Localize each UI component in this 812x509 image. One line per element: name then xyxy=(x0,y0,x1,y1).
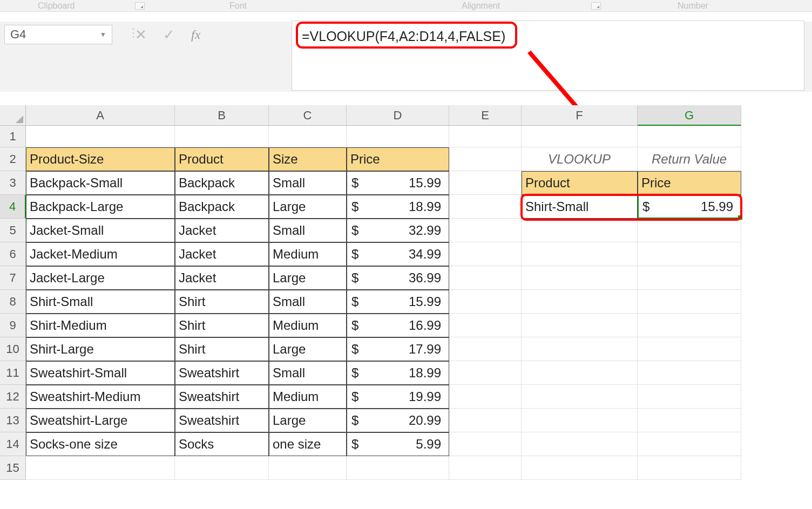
cell-G10[interactable] xyxy=(638,337,741,361)
cell-C12[interactable]: Medium xyxy=(269,385,347,409)
enter-icon[interactable]: ✓ xyxy=(163,26,175,43)
cell-F12[interactable] xyxy=(522,385,638,409)
cell-E8[interactable] xyxy=(449,290,522,314)
cell-D9[interactable]: $16.99 xyxy=(347,314,449,337)
cell-E15[interactable] xyxy=(449,456,522,480)
cell-C3[interactable]: Small xyxy=(269,171,347,195)
cell-A13[interactable]: Sweatshirt-Large xyxy=(26,409,175,432)
cell-D3[interactable]: $15.99 xyxy=(347,171,449,195)
cell-E2[interactable] xyxy=(449,147,522,171)
row-header-10[interactable]: 10 xyxy=(0,337,26,361)
cell-F13[interactable] xyxy=(522,409,638,432)
row-header-5[interactable]: 5 xyxy=(0,219,26,242)
cell-C13[interactable]: Large xyxy=(269,409,347,432)
cell-B13[interactable]: Sweatshirt xyxy=(175,409,269,432)
cell-C9[interactable]: Medium xyxy=(269,314,347,337)
col-header-A[interactable]: A xyxy=(26,105,175,126)
cell-D6[interactable]: $34.99 xyxy=(347,242,449,266)
row-headers[interactable]: 123456789101112131415 xyxy=(0,126,26,480)
cell-F1[interactable] xyxy=(522,126,638,147)
column-headers[interactable]: ABCDEFG xyxy=(26,105,741,126)
row-header-13[interactable]: 13 xyxy=(0,409,26,432)
cell-A3[interactable]: Backpack-Small xyxy=(26,171,175,195)
cell-G2[interactable]: Return Value xyxy=(638,147,741,171)
cell-D14[interactable]: $5.99 xyxy=(347,432,449,456)
cell-B11[interactable]: Sweatshirt xyxy=(175,361,269,385)
cell-C7[interactable]: Large xyxy=(269,266,347,290)
cell-G6[interactable] xyxy=(638,242,741,266)
col-header-F[interactable]: F xyxy=(522,105,638,126)
chevron-down-icon[interactable]: ▼ xyxy=(100,31,106,38)
cell-A6[interactable]: Jacket-Medium xyxy=(26,242,175,266)
cell-C11[interactable]: Small xyxy=(269,361,347,385)
cell-A9[interactable]: Shirt-Medium xyxy=(26,314,175,337)
cell-G11[interactable] xyxy=(638,361,741,385)
cell-B15[interactable] xyxy=(175,456,269,480)
col-header-B[interactable]: B xyxy=(175,105,269,126)
cell-A4[interactable]: Backpack-Large xyxy=(26,195,175,219)
cell-D15[interactable] xyxy=(347,456,449,480)
dialog-launcher-icon[interactable] xyxy=(591,2,601,10)
cell-A15[interactable] xyxy=(26,456,175,480)
cell-C15[interactable] xyxy=(269,456,347,480)
cell-D10[interactable]: $17.99 xyxy=(347,337,449,361)
row-header-14[interactable]: 14 xyxy=(0,432,26,456)
cell-C5[interactable]: Small xyxy=(269,219,347,242)
cell-F3[interactable]: Product xyxy=(522,171,638,195)
cell-C6[interactable]: Medium xyxy=(269,242,347,266)
cell-D12[interactable]: $19.99 xyxy=(347,385,449,409)
cell-A1[interactable] xyxy=(26,126,175,147)
cancel-icon[interactable]: ✕ xyxy=(135,26,147,43)
cell-F4[interactable]: Shirt-Small xyxy=(522,195,638,219)
cell-G8[interactable] xyxy=(638,290,741,314)
cell-D5[interactable]: $32.99 xyxy=(347,219,449,242)
cell-A7[interactable]: Jacket-Large xyxy=(26,266,175,290)
select-all-corner[interactable] xyxy=(0,105,26,126)
cell-E4[interactable] xyxy=(449,195,522,219)
cell-F2[interactable]: VLOOKUP xyxy=(522,147,638,171)
cell-C14[interactable]: one size xyxy=(269,432,347,456)
cell-B1[interactable] xyxy=(175,126,269,147)
cell-E14[interactable] xyxy=(449,432,522,456)
cell-E1[interactable] xyxy=(449,126,522,147)
row-header-2[interactable]: 2 xyxy=(0,147,26,171)
cell-D2[interactable]: Price xyxy=(347,147,449,171)
cell-A5[interactable]: Jacket-Small xyxy=(26,219,175,242)
row-header-1[interactable]: 1 xyxy=(0,126,26,147)
cell-G7[interactable] xyxy=(638,266,741,290)
cell-E11[interactable] xyxy=(449,361,522,385)
dialog-launcher-icon[interactable] xyxy=(135,2,145,10)
cell-A10[interactable]: Shirt-Large xyxy=(26,337,175,361)
cell-G12[interactable] xyxy=(638,385,741,409)
cell-A12[interactable]: Sweatshirt-Medium xyxy=(26,385,175,409)
cell-B2[interactable]: Product xyxy=(175,147,269,171)
cell-B8[interactable]: Shirt xyxy=(175,290,269,314)
cell-B12[interactable]: Sweatshirt xyxy=(175,385,269,409)
cell-G13[interactable] xyxy=(638,409,741,432)
cell-G3[interactable]: Price xyxy=(638,171,741,195)
cell-D4[interactable]: $18.99 xyxy=(347,195,449,219)
cell-B7[interactable]: Jacket xyxy=(175,266,269,290)
cell-C4[interactable]: Large xyxy=(269,195,347,219)
cell-D11[interactable]: $18.99 xyxy=(347,361,449,385)
formula-bar[interactable]: =VLOOKUP(F4,A2:D14,4,FALSE) xyxy=(292,21,804,91)
cell-D1[interactable] xyxy=(347,126,449,147)
cell-B10[interactable]: Shirt xyxy=(175,337,269,361)
cell-B9[interactable]: Shirt xyxy=(175,314,269,337)
row-header-7[interactable]: 7 xyxy=(0,266,26,290)
cell-F7[interactable] xyxy=(522,266,638,290)
cell-G15[interactable] xyxy=(638,456,741,480)
cell-B14[interactable]: Socks xyxy=(175,432,269,456)
row-header-12[interactable]: 12 xyxy=(0,385,26,409)
cell-B4[interactable]: Backpack xyxy=(175,195,269,219)
cell-D13[interactable]: $20.99 xyxy=(347,409,449,432)
cell-B6[interactable]: Jacket xyxy=(175,242,269,266)
cell-G4[interactable]: $15.99 xyxy=(638,195,741,219)
cell-E13[interactable] xyxy=(449,409,522,432)
cell-B5[interactable]: Jacket xyxy=(175,219,269,242)
row-header-15[interactable]: 15 xyxy=(0,456,26,480)
cell-F5[interactable] xyxy=(522,219,638,242)
cell-D8[interactable]: $15.99 xyxy=(347,290,449,314)
cell-E3[interactable] xyxy=(449,171,522,195)
cell-F15[interactable] xyxy=(522,456,638,480)
